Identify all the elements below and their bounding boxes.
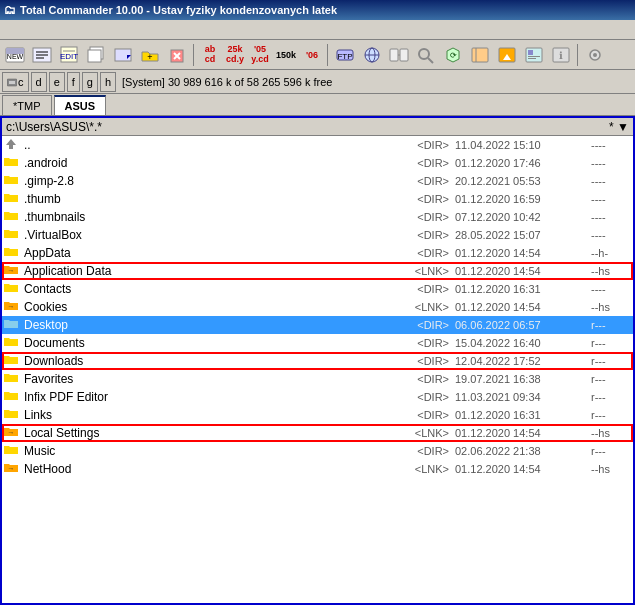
drive-f[interactable]: f	[67, 72, 80, 92]
06-button[interactable]: '06	[300, 43, 324, 67]
file-attr: --h-	[591, 247, 631, 259]
copy-button[interactable]	[83, 43, 109, 67]
move-button[interactable]	[110, 43, 136, 67]
file-type: <DIR>	[399, 445, 449, 457]
svg-rect-59	[4, 393, 18, 400]
list-item[interactable]: .thumb<DIR>01.12.2020 16:59----	[2, 190, 633, 208]
svg-point-40	[593, 53, 597, 57]
net-button[interactable]	[359, 43, 385, 67]
svg-rect-44	[4, 159, 18, 166]
settings-button[interactable]	[582, 43, 608, 67]
list-item[interactable]: .android<DIR>01.12.2020 17:46----	[2, 154, 633, 172]
link-icon: →	[4, 299, 20, 315]
file-type: <DIR>	[399, 193, 449, 205]
tab-asus-label: ASUS	[65, 100, 96, 112]
svg-marker-43	[6, 139, 16, 149]
file-name: Application Data	[24, 264, 399, 278]
svg-text:NEW: NEW	[7, 53, 24, 60]
drive-e[interactable]: e	[49, 72, 65, 92]
list-item[interactable]: Desktop<DIR>06.06.2022 06:57r---	[2, 316, 633, 334]
file-attr: ----	[591, 193, 631, 205]
list-item[interactable]: Infix PDF Editor<DIR>11.03.2021 09:34r--…	[2, 388, 633, 406]
file-attr: r---	[591, 337, 631, 349]
new-button[interactable]: NEW	[2, 43, 28, 67]
file-date: 01.12.2020 16:31	[455, 283, 585, 295]
file-attr: ----	[591, 157, 631, 169]
connect-button[interactable]	[386, 43, 412, 67]
file-name: Infix PDF Editor	[24, 390, 399, 404]
ab-cd-button[interactable]: abcd	[198, 43, 222, 67]
list-item[interactable]: Music<DIR>02.06.2022 21:38r---	[2, 442, 633, 460]
drivebar: c d e f g h [System] 30 989 616 k of 58 …	[0, 70, 635, 94]
drive-g[interactable]: g	[82, 72, 98, 92]
unarchive-button[interactable]	[494, 43, 520, 67]
title-text: Total Commander 10.00 - Ustav fyziky kon…	[20, 4, 337, 16]
file-type: <DIR>	[399, 373, 449, 385]
edit-button[interactable]: EDIT	[56, 43, 82, 67]
svg-rect-49	[4, 249, 18, 256]
svg-rect-24	[400, 49, 408, 61]
folder-icon	[4, 155, 20, 171]
drive-status: [System] 30 989 616 k of 58 265 596 k fr…	[122, 76, 332, 88]
list-item[interactable]: →Local Settings<LNK>01.12.2020 14:54--hs	[2, 424, 633, 442]
folder-special-icon	[4, 317, 20, 333]
link-icon: →	[4, 425, 20, 441]
sync-button[interactable]: ⟳	[440, 43, 466, 67]
archive-button[interactable]	[467, 43, 493, 67]
filelist[interactable]: ..<DIR>11.04.2022 15:10----.android<DIR>…	[2, 136, 633, 603]
svg-rect-46	[4, 195, 18, 202]
drive-d[interactable]: d	[31, 72, 47, 92]
tab-asus[interactable]: ASUS	[54, 95, 107, 115]
file-attr: --hs	[591, 265, 631, 277]
list-item[interactable]: .gimp-2.8<DIR>20.12.2021 05:53----	[2, 172, 633, 190]
sort-indicator[interactable]: * ▼	[609, 120, 629, 134]
drive-h[interactable]: h	[100, 72, 116, 92]
preview-button[interactable]	[521, 43, 547, 67]
list-item[interactable]: →Application Data<LNK>01.12.2020 14:54--…	[2, 262, 633, 280]
file-date: 28.05.2022 15:07	[455, 229, 585, 241]
parent-dir-icon	[4, 137, 20, 153]
file-date: 01.12.2020 14:54	[455, 265, 585, 277]
list-item[interactable]: Documents<DIR>15.04.2022 16:40r---	[2, 334, 633, 352]
search-button[interactable]	[413, 43, 439, 67]
file-date: 01.12.2020 14:54	[455, 301, 585, 313]
list-item[interactable]: AppData<DIR>01.12.2020 14:54--h-	[2, 244, 633, 262]
delete-button[interactable]	[164, 43, 190, 67]
list-item[interactable]: Downloads<DIR>12.04.2022 17:52r---	[2, 352, 633, 370]
file-date: 01.12.2020 16:31	[455, 409, 585, 421]
folder-icon	[4, 371, 20, 387]
folder-icon	[4, 191, 20, 207]
25k-button[interactable]: 25kcd.y	[223, 43, 247, 67]
tab-tmp[interactable]: *TMP	[2, 95, 52, 115]
list-item[interactable]: Favorites<DIR>19.07.2021 16:38r---	[2, 370, 633, 388]
folder-icon	[4, 443, 20, 459]
file-date: 11.03.2021 09:34	[455, 391, 585, 403]
list-item[interactable]: Links<DIR>01.12.2020 16:31r---	[2, 406, 633, 424]
folder-icon	[4, 173, 20, 189]
list-item[interactable]: ..<DIR>11.04.2022 15:10----	[2, 136, 633, 154]
05-button[interactable]: '05y.cd	[248, 43, 272, 67]
svg-text:→: →	[8, 267, 15, 274]
mkdir-button[interactable]: +	[137, 43, 163, 67]
drive-c[interactable]: c	[2, 72, 29, 92]
list-item[interactable]: Contacts<DIR>01.12.2020 16:31----	[2, 280, 633, 298]
svg-text:ℹ: ℹ	[559, 50, 563, 61]
file-name: Local Settings	[24, 426, 399, 440]
list-item[interactable]: .VirtualBox<DIR>28.05.2022 15:07----	[2, 226, 633, 244]
150k-button[interactable]: 150k	[273, 43, 299, 67]
ftp-button[interactable]: FTP	[332, 43, 358, 67]
list-item[interactable]: .thumbnails<DIR>07.12.2020 10:42----	[2, 208, 633, 226]
view-button[interactable]	[29, 43, 55, 67]
svg-rect-60	[4, 411, 18, 418]
file-name: Music	[24, 444, 399, 458]
list-item[interactable]: →NetHood<LNK>01.12.2020 14:54--hs	[2, 460, 633, 478]
list-item[interactable]: →Cookies<LNK>01.12.2020 14:54--hs	[2, 298, 633, 316]
file-name: .thumbnails	[24, 210, 399, 224]
svg-rect-63	[4, 447, 18, 454]
pathbar: c:\Users\ASUS\*.* * ▼	[2, 118, 633, 136]
properties-button[interactable]: ℹ	[548, 43, 574, 67]
file-date: 12.04.2022 17:52	[455, 355, 585, 367]
app: 🗂 Total Commander 10.00 - Ustav fyziky k…	[0, 0, 635, 605]
file-attr: --hs	[591, 427, 631, 439]
svg-rect-57	[4, 357, 18, 364]
